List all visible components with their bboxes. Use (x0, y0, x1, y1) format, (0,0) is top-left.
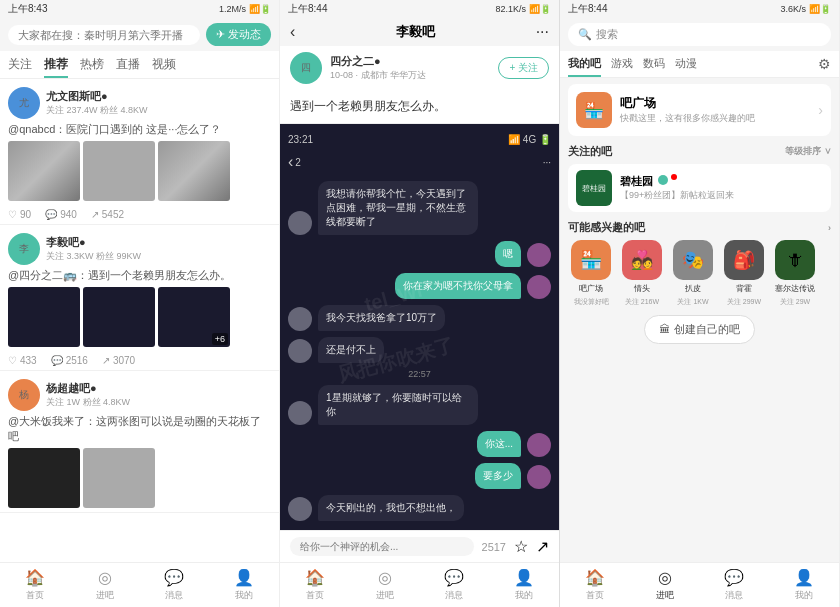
chat-msg-4: 我今天找我爸拿了10万了 (288, 305, 551, 331)
interest-item-3[interactable]: 🎭 扒皮 关注 1KW (670, 240, 716, 307)
interest-icon-3: 🎭 (673, 240, 713, 280)
mid-nav-profile[interactable]: 👤 我的 (489, 563, 559, 607)
feed-header-3: 杨 杨超越吧● 关注 1W 粉丝 4.8KW (8, 379, 271, 411)
create-ba-button[interactable]: 🏛 创建自己的吧 (644, 315, 754, 344)
interest-grid: 🏪 吧广场 我没算好吧 💑 情头 关注 216W 🎭 扒皮 关注 1KW 🎒 背… (568, 240, 831, 307)
right-nav-ba[interactable]: ◎ 进吧 (630, 563, 700, 607)
plaza-subtitle: 快戳这里，这有很多你感兴趣的吧 (620, 112, 810, 125)
post-button[interactable]: ✈ 发动态 (206, 23, 271, 46)
right-search-box[interactable]: 🔍 搜索 (568, 23, 831, 46)
mid-nav-message[interactable]: 💬 消息 (420, 563, 490, 607)
chat-avatar-left-1 (288, 211, 312, 235)
chat-msg-3: 你在家为嗯不找你父母拿 (288, 273, 551, 299)
comment-star-icon: ☆ (514, 537, 528, 556)
interest-item-2[interactable]: 💑 情头 关注 216W (619, 240, 665, 307)
home-icon: 🏠 (25, 568, 45, 587)
mid-time: 上午8:44 (288, 2, 327, 16)
feed-img-2c: +6 (158, 287, 230, 347)
chat-screenshot: tel_Wi 风把你吹来了 23:21 📶 4G 🔋 ‹ 2 ··· 我想请你帮… (280, 124, 559, 530)
feed-images-1 (8, 141, 271, 201)
right-search-bar: 🔍 搜索 (560, 18, 839, 51)
ba-info: 碧桂园 【99+粉丝团】新帖粒返回来 (620, 174, 823, 202)
chat-bubble-8: 要多少 (475, 463, 521, 489)
right-tab-digital[interactable]: 数码 (643, 51, 665, 77)
interest-icon-4: 🎒 (724, 240, 764, 280)
avatar-2: 李 (8, 233, 40, 265)
left-status-bar: 上午8:43 1.2M/s 📶🔋 (0, 0, 279, 18)
interest-item-4[interactable]: 🎒 背霍 关注 299W (721, 240, 767, 307)
right-tab-myba[interactable]: 我的吧 (568, 51, 601, 77)
left-bottom-nav: 🏠 首页 ◎ 进吧 💬 消息 👤 我的 (0, 562, 279, 607)
tab-follow[interactable]: 关注 (8, 51, 32, 78)
interest-item-5[interactable]: 🗡 塞尔达传说 关注 29W (772, 240, 818, 307)
settings-icon[interactable]: ⚙ (818, 51, 831, 77)
sort-button[interactable]: 等级排序 ∨ (785, 145, 831, 158)
chat-msg-5: 还是付不上 (288, 337, 551, 363)
feed-text-3: @大米饭我来了：这两张图可以说是动圈的天花板了吧 (8, 414, 271, 444)
right-nav-home[interactable]: 🏠 首页 (560, 563, 630, 607)
like-btn-2[interactable]: ♡ 433 (8, 355, 37, 366)
tab-hot[interactable]: 热榜 (80, 51, 104, 78)
left-search-input[interactable] (8, 25, 200, 45)
ba-icon-mid: ◎ (378, 568, 392, 587)
comment-input[interactable] (290, 537, 474, 556)
mid-nav-home[interactable]: 🏠 首页 (280, 563, 350, 607)
username-1: 尤文图斯吧● (46, 89, 271, 104)
chat-msg-6: 1星期就够了，你要随时可以给你 (288, 385, 551, 425)
ba-icon-right: ◎ (658, 568, 672, 587)
left-nav-ba[interactable]: ◎ 进吧 (70, 563, 140, 607)
mid-title: 李毅吧 (303, 23, 527, 41)
feed-images-3 (8, 448, 271, 508)
comment-btn-2[interactable]: 💬 2516 (51, 355, 88, 366)
home-icon-right: 🏠 (585, 568, 605, 587)
share-btn-2[interactable]: ↗ 3070 (102, 355, 135, 366)
more-button[interactable]: ··· (536, 23, 549, 41)
followed-ba-item[interactable]: 碧桂园 碧桂园 【99+粉丝团】新帖粒返回来 (568, 164, 831, 212)
share-btn-1[interactable]: ↗ 5452 (91, 209, 124, 220)
home-icon-mid: 🏠 (305, 568, 325, 587)
feed-img-2a (8, 287, 80, 347)
like-btn-1[interactable]: ♡ 90 (8, 209, 31, 220)
left-panel: 上午8:43 1.2M/s 📶🔋 ✈ 发动态 关注 推荐 热榜 直播 视频 尤 … (0, 0, 280, 607)
chat-bubble-1: 我想请你帮我个忙，今天遇到了点困难，帮我一星期，不然生意线都要断了 (318, 181, 478, 235)
left-status-icons: 1.2M/s 📶🔋 (219, 4, 271, 14)
feed-img-1a (8, 141, 80, 201)
mid-header: ‹ 李毅吧 ··· (280, 18, 559, 46)
mid-nav-ba[interactable]: ◎ 进吧 (350, 563, 420, 607)
message-icon-mid: 💬 (444, 568, 464, 587)
back-button[interactable]: ‹ (290, 23, 295, 41)
chat-bubble-5: 还是付不上 (318, 337, 384, 363)
interest-item-1[interactable]: 🏪 吧广场 我没算好吧 (568, 240, 614, 307)
plaza-card[interactable]: 🏪 吧广场 快戳这里，这有很多你感兴趣的吧 › (568, 84, 831, 136)
tab-recommend[interactable]: 推荐 (44, 51, 68, 78)
right-tab-game[interactable]: 游戏 (611, 51, 633, 77)
interest-icon-2: 💑 (622, 240, 662, 280)
left-nav-profile[interactable]: 👤 我的 (209, 563, 279, 607)
chat-msg-8: 要多少 (288, 463, 551, 489)
comment-btn-1[interactable]: 💬 940 (45, 209, 77, 220)
username-2: 李毅吧● (46, 235, 271, 250)
feed-text-2: @四分之二🚌：遇到一个老赖男朋友怎么办。 (8, 268, 271, 283)
right-tab-anime[interactable]: 动漫 (675, 51, 697, 77)
feed-item-1[interactable]: 尤 尤文图斯吧● 关注 237.4W 粉丝 4.8KW @qnabcd：医院门口… (0, 79, 279, 225)
left-tabs: 关注 推荐 热榜 直播 视频 (0, 51, 279, 79)
ba-icon: ◎ (98, 568, 112, 587)
chat-msg-7: 你这... (288, 431, 551, 457)
follow-button[interactable]: + 关注 (498, 57, 549, 79)
feed-img-3a (8, 448, 80, 508)
chat-avatar-left-5 (288, 497, 312, 521)
left-nav-message[interactable]: 💬 消息 (140, 563, 210, 607)
tab-video[interactable]: 视频 (152, 51, 176, 78)
tab-live[interactable]: 直播 (116, 51, 140, 78)
feed-item-3[interactable]: 杨 杨超越吧● 关注 1W 粉丝 4.8KW @大米饭我来了：这两张图可以说是动… (0, 371, 279, 513)
right-nav-message[interactable]: 💬 消息 (700, 563, 770, 607)
interest-more-btn[interactable]: › (828, 223, 831, 233)
profile-icon: 👤 (234, 568, 254, 587)
left-nav-home[interactable]: 🏠 首页 (0, 563, 70, 607)
chat-nav-bar: ‹ 2 ··· (288, 153, 551, 171)
ba-meta: 【99+粉丝团】新帖粒返回来 (620, 189, 823, 202)
right-nav-profile[interactable]: 👤 我的 (769, 563, 839, 607)
chat-bubble-6: 1星期就够了，你要随时可以给你 (318, 385, 478, 425)
user-info-1: 尤文图斯吧● 关注 237.4W 粉丝 4.8KW (46, 89, 271, 117)
feed-item-2[interactable]: 李 李毅吧● 关注 3.3KW 粉丝 99KW @四分之二🚌：遇到一个老赖男朋友… (0, 225, 279, 371)
